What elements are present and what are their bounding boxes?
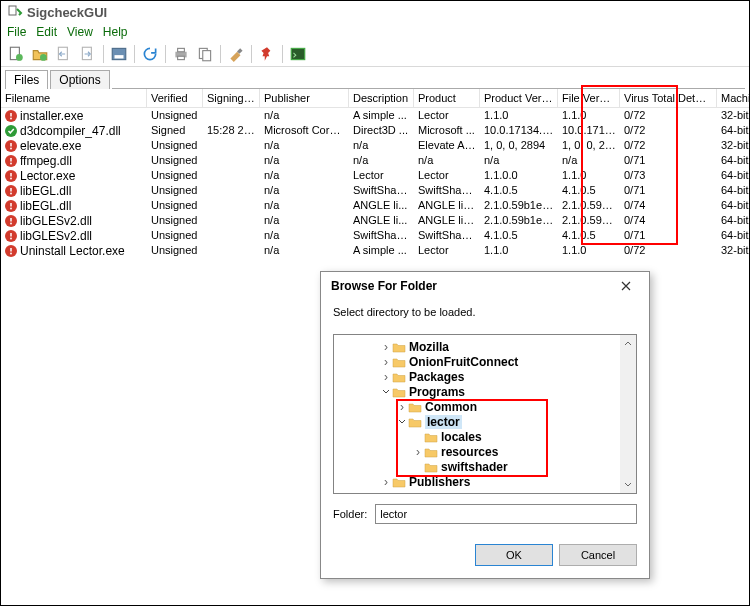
cell: 4.1.0.5 (480, 228, 558, 243)
tree-item-resources[interactable]: ›resources (334, 444, 636, 459)
dialog-title: Browse For Folder (331, 279, 613, 293)
file-grid: FilenameVerifiedSigning DatePublisherDes… (1, 89, 749, 258)
status-warn-icon (5, 185, 17, 197)
column-header[interactable]: Product Version (480, 89, 558, 107)
cell: 32-bit (717, 243, 750, 258)
cell: n/a (414, 153, 480, 168)
cell: 4.1.0.5 (558, 183, 620, 198)
cell: Unsigned (147, 138, 203, 153)
print-icon[interactable] (172, 45, 190, 63)
copy-icon[interactable] (196, 45, 214, 63)
doc-right-icon[interactable] (79, 45, 97, 63)
column-header[interactable]: Signing Date (203, 89, 260, 107)
table-row[interactable]: Uninstall Lector.exeUnsignedn/aA simple … (1, 243, 749, 258)
folder-label: Folder: (333, 508, 367, 520)
svg-point-18 (10, 177, 12, 179)
cell: SwiftShade... (414, 183, 480, 198)
cell: 1.1.0 (480, 243, 558, 258)
cell: ANGLE lib... (414, 198, 480, 213)
status-warn-icon (5, 140, 17, 152)
column-header[interactable]: Filename (1, 89, 147, 107)
cell: 1.1.0 (558, 243, 620, 258)
menu-file[interactable]: File (7, 25, 26, 39)
cell: 64-bit (717, 228, 750, 243)
ok-button[interactable]: OK (475, 544, 553, 566)
tree-scrollbar[interactable] (620, 335, 636, 493)
tree-item-lector[interactable]: lector (334, 414, 636, 429)
filename-cell: Uninstall Lector.exe (20, 244, 125, 258)
table-row[interactable]: libGLESv2.dllUnsignedn/aSwiftShad...Swif… (1, 228, 749, 243)
menu-edit[interactable]: Edit (36, 25, 57, 39)
tree-item-packages[interactable]: ›Packages (334, 369, 636, 384)
table-row[interactable]: d3dcompiler_47.dllSigned15:28 20. 04...M… (1, 123, 749, 138)
cancel-button[interactable]: Cancel (559, 544, 637, 566)
cell (203, 243, 260, 258)
table-row[interactable]: Lector.exeUnsignedn/aLectorLector1.1.0.0… (1, 168, 749, 183)
column-header[interactable]: Virus Total Detection (620, 89, 717, 107)
close-icon[interactable] (613, 276, 639, 296)
cell: 64-bit (717, 168, 750, 183)
folder-icon[interactable] (31, 45, 49, 63)
table-row[interactable]: installer.exeUnsignedn/aA simple ...Lect… (1, 108, 749, 123)
tab-files[interactable]: Files (5, 70, 48, 90)
filename-cell: Lector.exe (20, 169, 75, 183)
tree-item-onion[interactable]: ›OnionFruitConnect (334, 354, 636, 369)
cell: Lector (349, 168, 414, 183)
pin-icon[interactable] (258, 45, 276, 63)
cell: n/a (260, 108, 349, 123)
scroll-down-icon[interactable] (620, 477, 636, 493)
cell: n/a (558, 153, 620, 168)
menu-help[interactable]: Help (103, 25, 128, 39)
column-header[interactable]: Verified (147, 89, 203, 107)
tree-item-publishers[interactable]: ›Publishers (334, 474, 636, 489)
cell: 0/71 (620, 153, 717, 168)
tree-item-programs[interactable]: Programs (334, 384, 636, 399)
refresh-icon[interactable] (141, 45, 159, 63)
column-header[interactable]: Machine Type (717, 89, 750, 107)
cell: Microsoft Corporat... (260, 123, 349, 138)
folder-input[interactable] (375, 504, 637, 524)
table-row[interactable]: ffmpeg.dllUnsignedn/an/an/an/an/a0/7164-… (1, 153, 749, 168)
column-header[interactable]: Publisher (260, 89, 349, 107)
tree-item-mozilla[interactable]: ›Mozilla (334, 339, 636, 354)
svg-rect-9 (178, 48, 185, 51)
cell: Unsigned (147, 243, 203, 258)
cell: Signed (147, 123, 203, 138)
tree-item-locales[interactable]: locales (334, 429, 636, 444)
cell: n/a (260, 228, 349, 243)
cell: 0/72 (620, 138, 717, 153)
column-header[interactable]: Description (349, 89, 414, 107)
table-row[interactable]: elevate.exeUnsignedn/an/aElevate Ap...1,… (1, 138, 749, 153)
menu-view[interactable]: View (67, 25, 93, 39)
doc-left-icon[interactable] (55, 45, 73, 63)
cell: 2.1.0.59b1... (558, 213, 620, 228)
cell: n/a (260, 153, 349, 168)
disk-icon[interactable] (110, 45, 128, 63)
brush-icon[interactable] (227, 45, 245, 63)
tree-item-swiftshader[interactable]: swiftshader (334, 459, 636, 474)
svg-point-15 (10, 117, 12, 119)
cell: 1.1.0 (480, 108, 558, 123)
cell (203, 228, 260, 243)
cell: 1, 0, 0, 2894 (480, 138, 558, 153)
cell: 1.1.0 (558, 168, 620, 183)
scroll-up-icon[interactable] (620, 335, 636, 351)
column-header[interactable]: Product (414, 89, 480, 107)
tab-options[interactable]: Options (50, 70, 109, 90)
table-row[interactable]: libEGL.dllUnsignedn/aSwiftShad...SwiftSh… (1, 183, 749, 198)
cell: 0/71 (620, 183, 717, 198)
terminal-icon[interactable] (289, 45, 307, 63)
svg-point-21 (10, 222, 12, 224)
folder-tree[interactable]: ›Mozilla ›OnionFruitConnect ›Packages Pr… (333, 334, 637, 494)
toolbar-separator (220, 45, 221, 63)
cell: 0/72 (620, 123, 717, 138)
svg-rect-12 (203, 50, 211, 60)
cell: A simple ... (349, 243, 414, 258)
tree-item-common[interactable]: ›Common (334, 399, 636, 414)
toolbar (1, 41, 749, 67)
table-row[interactable]: libGLESv2.dllUnsignedn/aANGLE li...ANGLE… (1, 213, 749, 228)
svg-point-20 (10, 207, 12, 209)
table-row[interactable]: libEGL.dllUnsignedn/aANGLE li...ANGLE li… (1, 198, 749, 213)
column-header[interactable]: File Version (558, 89, 620, 107)
new-file-icon[interactable] (7, 45, 25, 63)
